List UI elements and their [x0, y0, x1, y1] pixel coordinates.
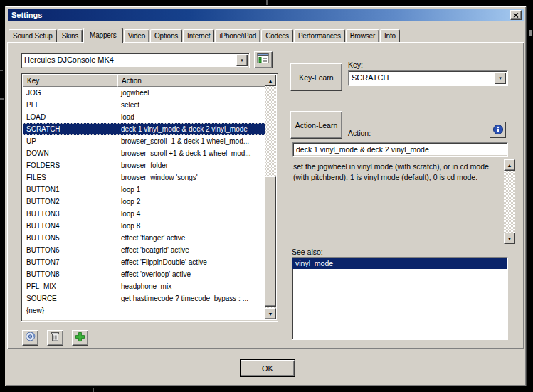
action-learn-label: Action-Learn: [295, 121, 338, 129]
scrollbar-up-button[interactable]: ▲: [265, 75, 276, 86]
table-row[interactable]: BUTTON8effect 'overloop' active: [23, 268, 266, 280]
row-action: select: [117, 99, 266, 111]
arrow-up-icon: ▲: [268, 78, 273, 83]
tab-performances[interactable]: Performances: [294, 29, 345, 42]
tab-codecs[interactable]: Codecs: [261, 29, 293, 42]
row-key: SCRATCH: [23, 123, 117, 135]
row-action: loop 1: [117, 184, 266, 196]
column-header-action[interactable]: Action: [117, 75, 266, 87]
scrollbar-track[interactable]: [504, 171, 515, 233]
tab-skins[interactable]: Skins: [58, 29, 83, 42]
restore-default-button[interactable]: [22, 330, 38, 346]
background-artifact: [93, 388, 94, 392]
tab-iphone-ipad[interactable]: iPhone/iPad: [215, 29, 260, 42]
column-header-key[interactable]: Key: [23, 75, 117, 87]
ok-button[interactable]: OK: [241, 360, 295, 376]
see-also-item[interactable]: vinyl_mode: [292, 258, 507, 269]
tab-info[interactable]: Info: [380, 29, 400, 42]
action-info-button[interactable]: [490, 122, 506, 138]
row-key: LOAD: [23, 111, 117, 123]
mapping-table-scrollbar[interactable]: ▲ ▼: [265, 75, 276, 319]
window-title: Settings: [11, 11, 42, 19]
row-action: loop 2: [117, 196, 266, 208]
row-action: jogwheel: [117, 87, 266, 99]
ok-label: OK: [262, 364, 273, 373]
device-select-value: Hercules DJConsole MK4: [24, 55, 114, 64]
row-action: [117, 304, 266, 317]
key-learn-label: Key-Learn: [299, 73, 333, 82]
row-key: JOG: [23, 87, 117, 99]
tab-browser[interactable]: Browser: [346, 29, 379, 42]
table-row[interactable]: FILESbrowser_window 'songs': [23, 171, 266, 184]
mappers-tab-panel: Hercules DJConsole MK4 ▼ Key: [7, 42, 524, 349]
row-action: browser_folder: [117, 159, 266, 171]
row-key: PFL: [23, 99, 117, 111]
row-key: BUTTON2: [23, 196, 117, 208]
tab-sound-setup[interactable]: Sound Setup: [9, 29, 57, 42]
row-key: DOWN: [23, 147, 117, 159]
info-icon: [492, 124, 504, 137]
background-artifact: [0, 98, 4, 100]
tab-mappers[interactable]: Mappers: [83, 28, 123, 43]
row-key: PFL_MIX: [23, 280, 117, 292]
settings-dialog: Settings Sound SetupSkinsMappersVideoOpt…: [5, 6, 527, 386]
device-options-button[interactable]: [254, 51, 273, 68]
row-action: deck 1 vinyl_mode & deck 2 vinyl_mode: [117, 123, 266, 135]
scrollbar-down-button[interactable]: ▼: [504, 233, 515, 244]
table-row[interactable]: BUTTON2loop 2: [23, 196, 266, 208]
title-bar[interactable]: Settings: [8, 9, 524, 21]
scrollbar-thumb[interactable]: [265, 176, 276, 307]
tab-options[interactable]: Options: [150, 29, 182, 42]
background-artifact: [529, 30, 532, 36]
table-row[interactable]: DOWNbrowser_scroll +1 & deck 1 wheel_mod…: [23, 147, 266, 159]
add-plus-icon: [75, 332, 85, 345]
delete-mapping-button[interactable]: [47, 330, 63, 346]
table-row[interactable]: BUTTON4loop 8: [23, 220, 266, 232]
action-description: set the jogwheel in vinyl mode (with scr…: [292, 159, 515, 244]
table-row[interactable]: PFLselect: [23, 99, 266, 111]
table-row[interactable]: {new}: [23, 304, 266, 317]
table-row[interactable]: LOADload: [23, 111, 266, 123]
action-input[interactable]: [292, 142, 508, 157]
device-select[interactable]: Hercules DJConsole MK4 ▼: [21, 53, 250, 68]
description-scrollbar[interactable]: ▲ ▼: [504, 159, 515, 244]
table-row[interactable]: SCRATCHdeck 1 vinyl_mode & deck 2 vinyl_…: [23, 123, 266, 135]
table-row[interactable]: BUTTON3loop 4: [23, 208, 266, 220]
table-row[interactable]: BUTTON7effect 'FlippinDouble' active: [23, 256, 266, 268]
table-row[interactable]: JOGjogwheel: [23, 87, 266, 99]
row-key: BUTTON6: [23, 244, 117, 256]
row-key: BUTTON1: [23, 184, 117, 196]
properties-icon: [257, 53, 270, 67]
action-learn-button[interactable]: Action-Learn: [290, 111, 342, 139]
row-key: UP: [23, 135, 117, 147]
tab-internet[interactable]: Internet: [183, 29, 214, 42]
table-row[interactable]: FOLDERSbrowser_folder: [23, 159, 266, 171]
chevron-down-icon: ▼: [498, 76, 502, 80]
scrollbar-up-button[interactable]: ▲: [504, 159, 515, 171]
row-action: browser_scroll +1 & deck 1 wheel_mod...: [117, 147, 266, 159]
see-also-label: See also:: [292, 248, 323, 256]
row-action: loop 4: [117, 208, 266, 220]
row-key: BUTTON3: [23, 208, 117, 220]
close-button[interactable]: [510, 10, 522, 20]
device-select-dropdown-button[interactable]: ▼: [236, 55, 248, 66]
arrow-down-icon: ▼: [268, 312, 273, 317]
table-row[interactable]: BUTTON6effect 'beatgrid' active: [23, 244, 266, 256]
table-row[interactable]: UPbrowser_scroll -1 & deck 1 wheel_mod..…: [23, 135, 266, 147]
table-row[interactable]: BUTTON1loop 1: [23, 184, 266, 196]
arrow-up-icon: ▲: [507, 163, 512, 168]
close-icon: [513, 9, 519, 21]
tab-video[interactable]: Video: [124, 29, 149, 42]
key-learn-button[interactable]: Key-Learn: [290, 63, 342, 91]
row-key: SOURCE: [23, 292, 117, 304]
table-row[interactable]: SOURCEget hastimecode ? timecode_bypass …: [23, 292, 266, 304]
row-action: effect 'overloop' active: [117, 268, 266, 280]
key-select[interactable]: SCRATCH ▼: [348, 70, 508, 86]
background-artifact: [0, 70, 3, 71]
table-row[interactable]: PFL_MIXheadphone_mix: [23, 280, 266, 292]
add-mapping-button[interactable]: [72, 330, 88, 346]
table-row[interactable]: BUTTON5effect 'flanger' active: [23, 232, 266, 244]
key-select-dropdown-button[interactable]: ▼: [495, 73, 506, 84]
restore-default-icon: [25, 331, 36, 345]
scrollbar-down-button[interactable]: ▼: [265, 308, 276, 319]
